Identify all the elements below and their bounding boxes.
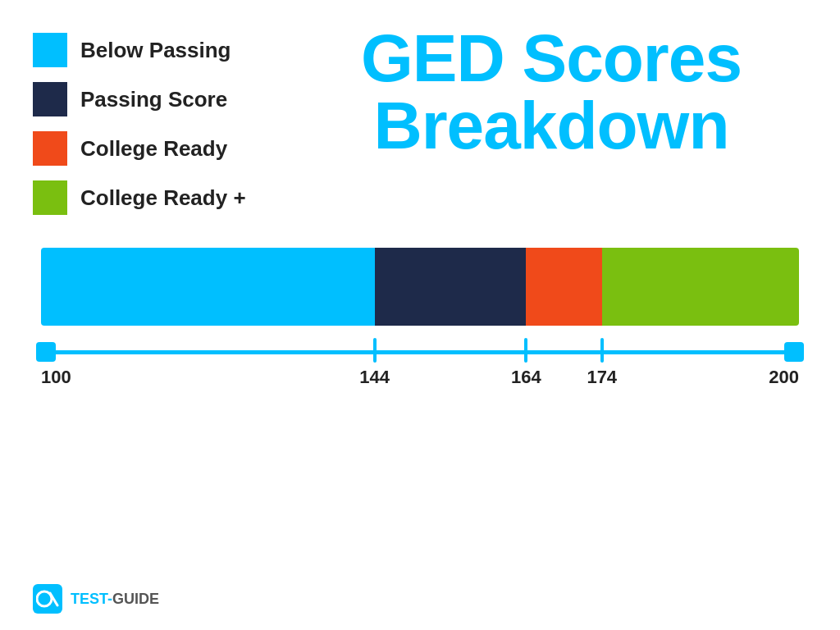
legend-item-passing-score: Passing Score — [33, 82, 279, 116]
footer: TEST-GUIDE — [33, 576, 807, 614]
top-section: Below Passing Passing Score College Read… — [33, 25, 807, 215]
scale-endpoint-right — [784, 342, 804, 362]
legend: Below Passing Passing Score College Read… — [33, 25, 279, 215]
label-164: 164 — [511, 367, 541, 388]
footer-brand-suffix: GUIDE — [112, 591, 159, 607]
footer-brand-prefix: TEST- — [71, 591, 112, 607]
label-100: 100 — [41, 367, 71, 388]
scale-tick-174 — [600, 338, 604, 363]
legend-item-college-ready: College Ready — [33, 131, 279, 166]
legend-item-below-passing: Below Passing — [33, 33, 279, 67]
footer-logo — [33, 584, 62, 614]
passing-score-label: Passing Score — [80, 87, 227, 112]
college-ready-plus-swatch — [33, 180, 67, 215]
scale-container: 100 144 164 174 200 — [41, 334, 799, 391]
title-line2: Breakdown — [373, 88, 728, 162]
college-ready-label: College Ready — [80, 136, 227, 162]
label-174: 174 — [587, 367, 617, 388]
main-container: Below Passing Passing Score College Read… — [0, 0, 840, 630]
below-passing-label: Below Passing — [80, 38, 231, 63]
stacked-bar — [41, 248, 799, 326]
bar-college-ready — [526, 248, 601, 326]
college-ready-plus-label: College Ready + — [80, 185, 246, 211]
scale-tick-144 — [373, 338, 377, 363]
logo-icon — [36, 587, 59, 610]
legend-item-college-ready-plus: College Ready + — [33, 180, 279, 215]
below-passing-swatch — [33, 33, 67, 67]
scale-endpoint-left — [36, 342, 56, 362]
passing-score-swatch — [33, 82, 67, 116]
scale-tick-164 — [524, 338, 527, 363]
title-section: GED Scores Breakdown — [279, 25, 807, 159]
footer-brand: TEST-GUIDE — [71, 591, 159, 608]
chart-title: GED Scores Breakdown — [361, 25, 742, 159]
scale-line — [41, 350, 799, 354]
label-144: 144 — [359, 367, 390, 388]
title-line1: GED Scores — [361, 21, 742, 95]
chart-section: 100 144 164 174 200 — [33, 248, 807, 391]
label-200: 200 — [769, 367, 799, 388]
bar-below-passing — [41, 248, 375, 326]
bar-passing-score — [375, 248, 527, 326]
bar-college-ready-plus — [602, 248, 799, 326]
college-ready-swatch — [33, 131, 67, 166]
